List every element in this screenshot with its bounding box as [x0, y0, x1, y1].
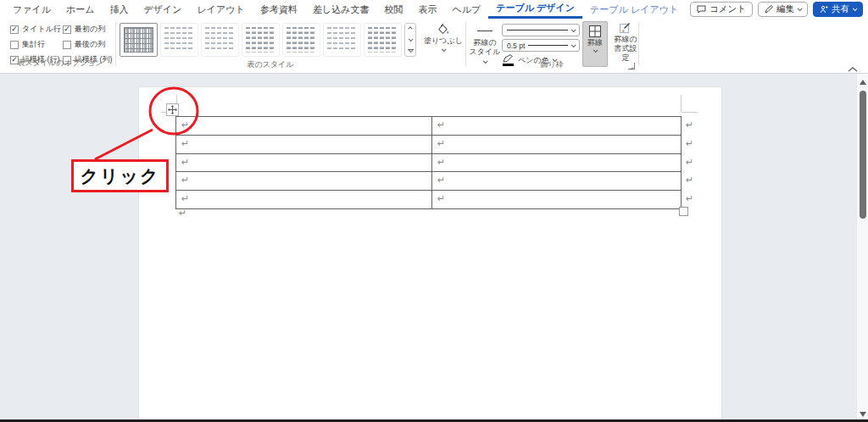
checkbox-label: タイトル行 — [22, 24, 61, 35]
checkbox-box: ✓ — [10, 41, 19, 49]
vertical-scrollbar[interactable] — [856, 74, 868, 422]
editing-mode-button[interactable]: 編集 — [758, 2, 808, 17]
annotation-click-label: クリック — [71, 159, 169, 192]
tab-table-layout[interactable]: テーブル レイアウト — [582, 0, 686, 19]
gallery-more-icon — [408, 49, 414, 53]
table-style-options-group: ✓ タイトル行 ✓ 集計行 ✓ 縞模様 (行) ✓ 最初の列 ✓ 最後の列 ✓ — [7, 20, 114, 71]
menu-right-controls: コメント 編集 共有 — [690, 2, 863, 17]
row-end-mark: ↵ — [686, 192, 693, 204]
tab-references[interactable]: 参考資料 — [253, 0, 305, 19]
group-divider — [115, 22, 116, 66]
table-style-thumbnail-selected[interactable] — [120, 23, 158, 57]
chevron-down-icon — [593, 47, 598, 53]
chevron-down-icon — [571, 42, 576, 47]
margin-mark-top-right — [681, 95, 682, 112]
pencil-icon — [765, 5, 773, 14]
scroll-up-icon[interactable] — [860, 80, 866, 85]
table-row[interactable]: ↵ ↵ ↵ — [176, 117, 681, 136]
annotation-text: クリック — [81, 164, 160, 188]
table-styles-gallery — [120, 23, 416, 57]
chevron-down-icon — [798, 6, 803, 11]
comment-icon — [697, 5, 706, 14]
move-cross-icon — [168, 105, 177, 114]
gallery-scroll-up-icon — [408, 26, 413, 31]
table-style-preview — [246, 27, 275, 53]
paragraph-mark: ↵ — [181, 192, 189, 204]
shading-button[interactable]: 塗りつぶし — [424, 23, 463, 52]
table-row[interactable]: ↵ ↵ ↵ — [176, 136, 681, 154]
row-end-mark: ↵ — [686, 156, 693, 168]
table-style-preview — [327, 27, 357, 53]
table-style-preview — [287, 27, 316, 53]
border-painter-button[interactable]: 罫線の 書式設定 — [611, 21, 640, 63]
tab-table-design[interactable]: テーブル デザイン — [488, 0, 582, 19]
borders-dialog-launcher-icon[interactable] — [628, 63, 635, 69]
paragraph-mark: ↵ — [181, 174, 189, 186]
line-weight-value: 0.5 pt — [507, 42, 525, 50]
line-style-dropdown[interactable] — [502, 24, 580, 36]
table-style-thumbnail[interactable] — [201, 23, 239, 57]
table-style-thumbnail[interactable] — [242, 23, 280, 57]
comments-label: コメント — [709, 3, 746, 15]
paragraph-mark: ↵ — [437, 137, 445, 149]
document-table[interactable]: ↵ ↵ ↵ ↵ ↵ ↵ ↵ ↵ ↵ ↵ ↵ ↵ ↵ ↵ ↵ — [175, 116, 682, 209]
tab-insert[interactable]: 挿入 — [103, 0, 136, 19]
paragraph-mark: ↵ — [437, 174, 445, 186]
chevron-down-icon — [853, 6, 858, 11]
scrollbar-thumb[interactable] — [860, 91, 866, 219]
table-row[interactable]: ↵ ↵ ↵ — [176, 154, 681, 173]
checkbox-total-row[interactable]: ✓ 集計行 — [10, 39, 61, 50]
checkbox-box: ✓ — [63, 41, 71, 49]
table-style-thumbnail[interactable] — [364, 23, 402, 57]
tab-layout[interactable]: レイアウト — [190, 0, 253, 19]
checkbox-first-column[interactable]: ✓ 最初の列 — [63, 24, 113, 35]
tab-design[interactable]: デザイン — [136, 0, 190, 19]
collapse-ribbon-button[interactable] — [847, 65, 859, 74]
share-label: 共有 — [832, 3, 849, 15]
checkbox-label: 最後の列 — [75, 39, 105, 50]
menu-bar: ファイル ホーム 挿入 デザイン レイアウト 参考資料 差し込み文書 校閲 表示… — [0, 0, 868, 19]
comments-button[interactable]: コメント — [690, 2, 753, 17]
border-painter-icon — [619, 21, 632, 35]
row-end-mark: ↵ — [686, 119, 693, 130]
table-style-preview — [368, 27, 398, 53]
table-style-thumbnail[interactable] — [323, 23, 361, 57]
paint-bucket-icon — [437, 23, 450, 36]
paragraph-mark: ↵ — [437, 156, 445, 168]
paragraph-mark: ↵ — [437, 119, 445, 130]
gallery-scroll-down-icon — [409, 36, 414, 42]
checkbox-header-row[interactable]: ✓ タイトル行 — [10, 24, 61, 35]
scroll-down-icon[interactable] — [860, 412, 866, 417]
border-styles-label-1: 罫線の — [473, 38, 496, 47]
share-button[interactable]: 共有 — [813, 2, 863, 17]
tab-help[interactable]: ヘルプ — [444, 0, 488, 19]
tab-view[interactable]: 表示 — [410, 0, 444, 19]
line-weight-preview — [528, 45, 568, 46]
border-style-line-icon — [477, 31, 492, 31]
checkbox-label: 集計行 — [22, 39, 45, 50]
paragraph-mark: ↵ — [179, 208, 186, 219]
table-style-thumbnail[interactable] — [282, 23, 320, 57]
paragraph-mark: ↵ — [437, 192, 445, 204]
table-resize-handle[interactable] — [679, 207, 688, 216]
shading-label: 塗りつぶし — [424, 36, 463, 46]
gallery-more-button[interactable] — [404, 23, 416, 57]
checkbox-box: ✓ — [10, 25, 19, 34]
row-end-mark: ↵ — [686, 174, 693, 186]
checkbox-last-column[interactable]: ✓ 最後の列 — [63, 39, 113, 50]
table-row[interactable]: ↵ ↵ ↵ — [176, 191, 681, 208]
tab-review[interactable]: 校閲 — [376, 0, 410, 19]
group-label-borders: 飾り枠 — [469, 59, 635, 70]
table-move-handle[interactable] — [166, 103, 179, 116]
table-style-preview — [124, 27, 153, 53]
group-divider — [638, 22, 639, 66]
tab-mailings[interactable]: 差し込み文書 — [305, 0, 377, 19]
paragraph-mark: ↵ — [181, 137, 189, 149]
table-row[interactable]: ↵ ↵ ↵ — [176, 172, 681, 191]
tab-file[interactable]: ファイル — [5, 0, 58, 19]
table-style-thumbnail[interactable] — [160, 23, 198, 57]
line-weight-dropdown[interactable]: 0.5 pt — [502, 39, 580, 52]
table-style-preview — [164, 27, 194, 53]
tab-home[interactable]: ホーム — [58, 0, 103, 19]
chevron-down-icon — [571, 27, 576, 32]
